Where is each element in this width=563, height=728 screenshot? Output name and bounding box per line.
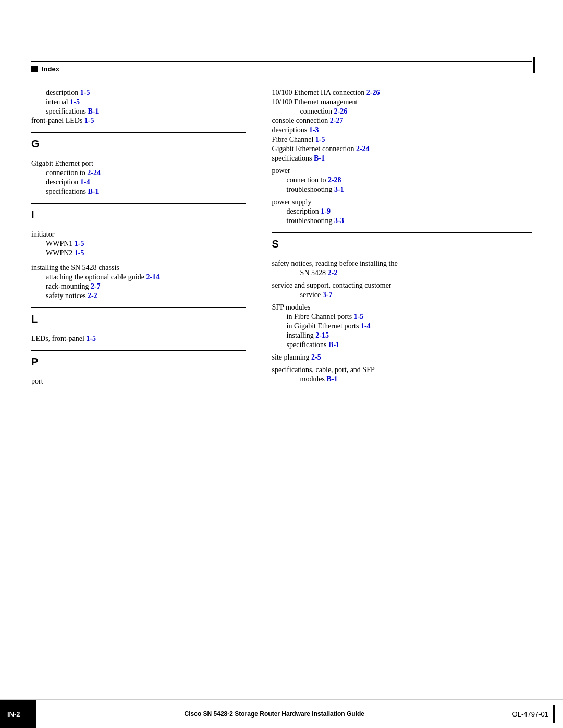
entry-text: power bbox=[272, 167, 290, 175]
entry-text: 10/100 Ethernet HA connection 2-26 bbox=[272, 89, 380, 96]
link-rack-mount-2-7[interactable]: 2-7 bbox=[91, 282, 101, 290]
link-internal-1-5[interactable]: 1-5 bbox=[70, 98, 80, 106]
link-ps-troubleshoot-3-3[interactable]: 3-3 bbox=[334, 217, 344, 225]
list-item: specifications, cable, port, and SFP bbox=[272, 366, 532, 374]
link-specs-b1[interactable]: B-1 bbox=[88, 107, 99, 115]
entry-text: SN 5428 2-2 bbox=[272, 269, 338, 277]
list-item: troubleshooting 3-1 bbox=[272, 186, 532, 194]
right-bar-decoration bbox=[533, 57, 535, 73]
link-10-100-mgmt-2-26[interactable]: 2-26 bbox=[334, 107, 348, 115]
list-item: power bbox=[272, 167, 532, 175]
link-site-planning-2-5[interactable]: 2-5 bbox=[311, 353, 321, 361]
link-wwpn2-1-5[interactable]: 1-5 bbox=[75, 249, 84, 257]
link-sfp-spec-b1[interactable]: B-1 bbox=[328, 341, 339, 349]
entry-text: WWPN2 1-5 bbox=[31, 249, 84, 257]
list-item: Gigabit Ethernet port bbox=[31, 159, 246, 168]
list-item: initiator bbox=[31, 230, 246, 239]
link-power-conn-2-28[interactable]: 2-28 bbox=[328, 176, 341, 184]
list-item: connection to 2-28 bbox=[272, 176, 532, 184]
entry-text: safety notices, reading before installin… bbox=[272, 260, 398, 267]
entry-text: front-panel LEDs 1-5 bbox=[31, 117, 94, 125]
link-desc-1-3[interactable]: 1-3 bbox=[309, 126, 319, 134]
list-item: installing 2-15 bbox=[272, 331, 532, 340]
list-item: 10/100 Ethernet HA connection 2-26 bbox=[272, 89, 532, 97]
link-ps-desc-1-9[interactable]: 1-9 bbox=[321, 207, 331, 215]
entry-text: SFP modules bbox=[272, 303, 311, 311]
list-item: service and support, contacting customer bbox=[272, 281, 532, 290]
list-item: description 1-4 bbox=[31, 178, 246, 187]
link-safety-sn5428-2-2[interactable]: 2-2 bbox=[328, 269, 338, 277]
list-item: description 1-9 bbox=[272, 207, 532, 216]
entry-text: connection to 2-24 bbox=[31, 169, 101, 177]
entry-text: rack-mounting 2-7 bbox=[31, 282, 101, 290]
link-10-100-ha-2-26[interactable]: 2-26 bbox=[366, 89, 380, 96]
link-spec-modules-b1[interactable]: B-1 bbox=[327, 375, 338, 383]
entry-text: troubleshooting 3-3 bbox=[272, 217, 344, 225]
entry-text: Gigabit Ethernet port bbox=[31, 159, 93, 167]
section-divider-p bbox=[31, 350, 246, 351]
main-content: description 1-5 internal 1-5 specificati… bbox=[31, 89, 532, 676]
link-power-troubleshoot-3-1[interactable]: 3-1 bbox=[334, 186, 344, 193]
link-port-spec-b1[interactable]: B-1 bbox=[314, 154, 325, 162]
entry-text: installing the SN 5428 chassis bbox=[31, 264, 119, 272]
list-item: port bbox=[31, 377, 246, 386]
link-service-3-7[interactable]: 3-7 bbox=[323, 291, 333, 299]
list-item: connection to 2-24 bbox=[31, 169, 246, 177]
link-gig-spec-b1[interactable]: B-1 bbox=[88, 188, 99, 195]
entry-text: specifications B-1 bbox=[31, 188, 99, 195]
list-item: safety notices 2-2 bbox=[31, 292, 246, 300]
section-divider-i bbox=[31, 203, 246, 204]
list-item: rack-mounting 2-7 bbox=[31, 282, 246, 291]
entry-text: internal 1-5 bbox=[31, 98, 80, 106]
list-item: service 3-7 bbox=[272, 291, 532, 299]
link-sfp-gig-1-4[interactable]: 1-4 bbox=[361, 322, 371, 330]
link-gig-eth-2-24[interactable]: 2-24 bbox=[356, 145, 370, 153]
list-item: descriptions 1-3 bbox=[272, 126, 532, 134]
link-wwpn1-1-5[interactable]: 1-5 bbox=[75, 240, 84, 248]
link-gig-conn-2-24[interactable]: 2-24 bbox=[87, 169, 101, 177]
entry-text: description 1-9 bbox=[272, 207, 331, 215]
right-column: 10/100 Ethernet HA connection 2-26 10/10… bbox=[262, 89, 532, 676]
list-item: specifications B-1 bbox=[272, 341, 532, 349]
link-leds-1-5[interactable]: 1-5 bbox=[86, 335, 96, 342]
list-item: SFP modules bbox=[272, 303, 532, 312]
section-divider-g bbox=[31, 132, 246, 133]
left-column: description 1-5 internal 1-5 specificati… bbox=[31, 89, 262, 676]
link-console-2-27[interactable]: 2-27 bbox=[330, 117, 344, 125]
list-item: attaching the optional cable guide 2-14 bbox=[31, 273, 246, 281]
list-item: connection 2-26 bbox=[272, 107, 532, 116]
list-item bbox=[272, 363, 532, 365]
section-letter-p: P bbox=[31, 356, 246, 368]
entry-text: specifications, cable, port, and SFP bbox=[272, 366, 375, 374]
link-sfp-fc-1-5[interactable]: 1-5 bbox=[354, 313, 364, 320]
entry-text: Fibre Channel 1-5 bbox=[272, 135, 325, 143]
entry-text: LEDs, front-panel 1-5 bbox=[31, 335, 96, 342]
list-item: description 1-5 bbox=[31, 89, 246, 97]
entry-text: troubleshooting 3-1 bbox=[272, 186, 344, 193]
link-description-1-5[interactable]: 1-5 bbox=[80, 89, 90, 96]
entry-text: in Gigabit Ethernet ports 1-4 bbox=[272, 322, 371, 330]
entry-text: modules B-1 bbox=[272, 375, 338, 383]
entry-text: description 1-4 bbox=[31, 178, 90, 186]
entry-text: description 1-5 bbox=[31, 89, 90, 96]
list-item: safety notices, reading before installin… bbox=[272, 260, 532, 268]
list-item: WWPN2 1-5 bbox=[31, 249, 246, 257]
entry-text: connection 2-26 bbox=[272, 107, 348, 115]
list-item: in Gigabit Ethernet ports 1-4 bbox=[272, 322, 532, 330]
entry-text: in Fibre Channel ports 1-5 bbox=[272, 313, 364, 320]
link-safety-2-2[interactable]: 2-2 bbox=[88, 292, 97, 300]
footer-center-text: Cisco SN 5428-2 Storage Router Hardware … bbox=[36, 710, 512, 718]
link-front-panel-leds[interactable]: 1-5 bbox=[84, 117, 94, 125]
section-letter-g: G bbox=[31, 138, 246, 150]
list-item: modules B-1 bbox=[272, 375, 532, 384]
list-item: LEDs, front-panel 1-5 bbox=[31, 335, 246, 343]
list-item: 10/100 Ethernet management bbox=[272, 98, 532, 106]
list-item: Fibre Channel 1-5 bbox=[272, 135, 532, 144]
header: Index bbox=[31, 65, 532, 73]
entry-text: descriptions 1-3 bbox=[272, 126, 319, 134]
link-sfp-install-2-15[interactable]: 2-15 bbox=[315, 331, 329, 339]
link-gig-desc-1-4[interactable]: 1-4 bbox=[80, 178, 90, 186]
footer-right: OL-4797-01 bbox=[512, 705, 563, 723]
link-fibre-channel-1-5[interactable]: 1-5 bbox=[315, 135, 325, 143]
link-cable-guide-2-14[interactable]: 2-14 bbox=[146, 273, 160, 281]
